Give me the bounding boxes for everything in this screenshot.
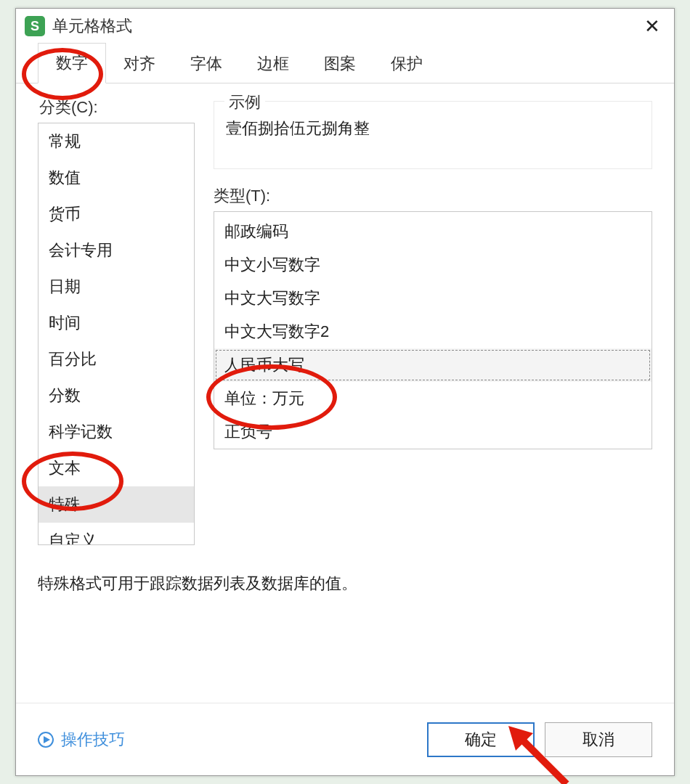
cat-item-custom[interactable]: 自定义: [38, 523, 194, 545]
titlebar: S 单元格格式 ✕: [16, 9, 674, 44]
type-item-chinese-upper[interactable]: 中文大写数字: [214, 282, 652, 315]
cat-item-date[interactable]: 日期: [38, 269, 194, 305]
type-label: 类型(T):: [214, 185, 652, 207]
tab-border[interactable]: 边框: [240, 44, 307, 83]
example-value: 壹佰捌拾伍元捌角整: [226, 118, 640, 139]
help-link-label: 操作技巧: [61, 729, 125, 751]
cat-item-special[interactable]: 特殊: [38, 486, 194, 523]
ok-button[interactable]: 确定: [427, 722, 535, 757]
play-icon: [38, 732, 54, 748]
type-list[interactable]: 邮政编码 中文小写数字 中文大写数字 中文大写数字2 人民币大写 单位：万元 正…: [214, 211, 652, 449]
type-item-chinese-upper2[interactable]: 中文大写数字2: [214, 315, 652, 348]
tab-align[interactable]: 对齐: [106, 44, 173, 83]
cat-item-percent[interactable]: 百分比: [38, 341, 194, 377]
tab-font[interactable]: 字体: [173, 44, 240, 83]
category-label: 分类(C):: [38, 97, 195, 118]
cat-item-text[interactable]: 文本: [38, 450, 194, 486]
close-icon: ✕: [644, 15, 660, 38]
app-icon: S: [25, 16, 45, 36]
dialog-body: 分类(C): 常规 数值 货币 会计专用 日期 时间 百分比 分数 科学记数 文…: [16, 83, 674, 703]
cat-item-time[interactable]: 时间: [38, 305, 194, 341]
cat-item-fraction[interactable]: 分数: [38, 377, 194, 414]
close-button[interactable]: ✕: [639, 13, 665, 39]
type-item-rmb-upper[interactable]: 人民币大写: [214, 348, 652, 382]
type-item-postal[interactable]: 邮政编码: [214, 215, 652, 248]
example-title: 示例: [224, 91, 265, 113]
window-title: 单元格格式: [52, 15, 132, 37]
tab-pattern[interactable]: 图案: [307, 44, 373, 83]
tab-bar: 数字 对齐 字体 边框 图案 保护: [16, 44, 674, 83]
dialog-footer: 操作技巧 确定 取消: [16, 703, 674, 775]
category-list[interactable]: 常规 数值 货币 会计专用 日期 时间 百分比 分数 科学记数 文本 特殊 自定…: [38, 123, 195, 545]
cat-item-general[interactable]: 常规: [38, 123, 194, 160]
type-item-sign[interactable]: 正负号: [214, 415, 652, 449]
type-item-chinese-lower[interactable]: 中文小写数字: [214, 248, 652, 282]
cat-item-currency[interactable]: 货币: [38, 196, 194, 232]
cell-format-dialog: S 单元格格式 ✕ 数字 对齐 字体 边框 图案 保护 分类(C): 常规 数值…: [15, 8, 675, 776]
example-box: 示例 壹佰捌拾伍元捌角整: [214, 101, 652, 169]
tab-protect[interactable]: 保护: [373, 44, 440, 83]
cat-item-number[interactable]: 数值: [38, 160, 194, 196]
cat-item-scientific[interactable]: 科学记数: [38, 414, 194, 450]
cat-item-accounting[interactable]: 会计专用: [38, 232, 194, 269]
description-text: 特殊格式可用于跟踪数据列表及数据库的值。: [38, 573, 652, 595]
type-item-unit-wan[interactable]: 单位：万元: [214, 382, 652, 415]
cancel-button[interactable]: 取消: [545, 722, 652, 757]
tab-number[interactable]: 数字: [38, 43, 106, 83]
help-link[interactable]: 操作技巧: [38, 729, 125, 751]
